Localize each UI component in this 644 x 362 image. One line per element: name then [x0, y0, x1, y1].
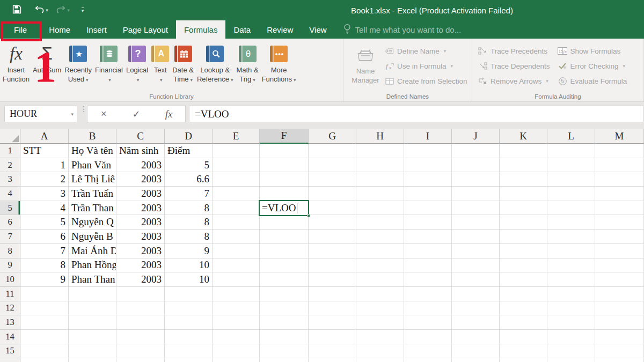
cell-d10[interactable]: 10 — [165, 272, 213, 287]
cell-b1[interactable]: Họ Và tên — [69, 144, 116, 158]
cell-l11[interactable] — [547, 287, 595, 301]
cell-c4[interactable]: 2003 — [116, 187, 165, 201]
cell-d1[interactable]: Điểm — [165, 144, 213, 158]
column-header-j[interactable]: J — [452, 129, 500, 144]
cell-m2[interactable] — [595, 158, 644, 173]
row-header-10[interactable]: 10 — [0, 272, 20, 287]
cell-l15[interactable] — [547, 344, 595, 359]
cell-c15[interactable] — [116, 344, 165, 359]
fill-handle[interactable] — [307, 214, 310, 217]
recently-used-button[interactable]: ★RecentlyUsed▾ — [63, 41, 93, 86]
cell-l2[interactable] — [547, 158, 595, 173]
cell-b15[interactable] — [69, 344, 116, 359]
cell-c6[interactable]: 2003 — [116, 215, 165, 230]
cell-a1[interactable]: STT — [20, 144, 69, 158]
row-header-16[interactable] — [0, 358, 20, 362]
row-header-1[interactable]: 1 — [0, 144, 20, 158]
cell-f11[interactable] — [260, 287, 309, 301]
cell-d7[interactable]: 8 — [165, 230, 213, 244]
cell-i2[interactable] — [404, 158, 452, 173]
cell-e6[interactable] — [213, 215, 260, 230]
name-box[interactable]: HOUR ▾ — [4, 106, 77, 122]
cell-h10[interactable] — [356, 272, 404, 287]
cell-b6[interactable]: Nguyễn Q — [69, 215, 116, 230]
trace-precedents-button[interactable]: Trace Precedents — [478, 43, 550, 58]
cell-c16[interactable] — [116, 358, 165, 362]
cell-j16[interactable] — [452, 358, 500, 362]
row-header-6[interactable]: 6 — [0, 215, 20, 230]
cell-a3[interactable]: 2 — [20, 172, 69, 187]
cell-a11[interactable] — [20, 287, 69, 301]
tab-review[interactable]: Review — [259, 20, 301, 39]
cell-d15[interactable] — [165, 344, 213, 359]
cell-g6[interactable] — [309, 215, 356, 230]
cell-a6[interactable]: 5 — [20, 215, 69, 230]
cell-h11[interactable] — [356, 287, 404, 301]
cell-k3[interactable] — [500, 172, 547, 187]
cell-i9[interactable] — [404, 258, 452, 273]
cell-g5[interactable] — [309, 201, 356, 216]
cell-e15[interactable] — [213, 344, 260, 359]
cancel-button[interactable]: × — [93, 108, 114, 120]
column-header-a[interactable]: A — [20, 129, 69, 144]
cell-h9[interactable] — [356, 258, 404, 273]
tab-formulas[interactable]: Formulas — [176, 20, 226, 39]
cell-d11[interactable] — [165, 287, 213, 301]
cell-b7[interactable]: Nguyễn B — [69, 230, 116, 244]
cell-h4[interactable] — [356, 187, 404, 201]
cell-b12[interactable] — [69, 301, 116, 316]
cell-m9[interactable] — [595, 258, 644, 273]
cell-b8[interactable]: Mai Ánh D — [69, 244, 116, 258]
cell-j14[interactable] — [452, 330, 500, 344]
cell-k16[interactable] — [500, 358, 547, 362]
cell-j8[interactable] — [452, 244, 500, 258]
cell-h3[interactable] — [356, 172, 404, 187]
cell-l3[interactable] — [547, 172, 595, 187]
cell-j7[interactable] — [452, 230, 500, 244]
cell-l16[interactable] — [547, 358, 595, 362]
use-in-formula-button[interactable]: fxUse in Formula▾ — [384, 58, 467, 73]
cell-d3[interactable]: 6.6 — [165, 172, 213, 187]
row-header-4[interactable]: 4 — [0, 187, 20, 201]
cell-g11[interactable] — [309, 287, 356, 301]
cell-e1[interactable] — [213, 144, 260, 158]
date-time-button[interactable]: Date &Time▾ — [171, 41, 195, 86]
cell-k2[interactable] — [500, 158, 547, 173]
cell-l13[interactable] — [547, 315, 595, 330]
cell-k8[interactable] — [500, 244, 547, 258]
cell-j2[interactable] — [452, 158, 500, 173]
cell-j10[interactable] — [452, 272, 500, 287]
evaluate-formula-button[interactable]: fxEvaluate Formula — [558, 73, 627, 88]
cell-l10[interactable] — [547, 272, 595, 287]
cell-k11[interactable] — [500, 287, 547, 301]
cell-m11[interactable] — [595, 287, 644, 301]
tab-home[interactable]: Home — [41, 20, 78, 39]
define-name-button[interactable]: Define Name▾ — [384, 43, 467, 58]
cell-g10[interactable] — [309, 272, 356, 287]
cell-a4[interactable]: 3 — [20, 187, 69, 201]
cell-k12[interactable] — [500, 301, 547, 316]
tab-view[interactable]: View — [301, 20, 334, 39]
cell-i6[interactable] — [404, 215, 452, 230]
column-header-h[interactable]: H — [356, 129, 404, 144]
cell-j1[interactable] — [452, 144, 500, 158]
cell-a5[interactable]: 4 — [20, 201, 69, 216]
cell-j11[interactable] — [452, 287, 500, 301]
column-header-f[interactable]: F — [260, 129, 309, 144]
trace-dependents-button[interactable]: Trace Dependents — [478, 58, 550, 73]
cell-g12[interactable] — [309, 301, 356, 316]
cell-g7[interactable] — [309, 230, 356, 244]
cell-m3[interactable] — [595, 172, 644, 187]
cell-f8[interactable] — [260, 244, 309, 258]
cell-a14[interactable] — [20, 330, 69, 344]
cell-a2[interactable]: 1 — [20, 158, 69, 173]
cell-k1[interactable] — [500, 144, 547, 158]
cell-g2[interactable] — [309, 158, 356, 173]
undo-dropdown-caret[interactable]: ▾ — [46, 8, 48, 13]
row-header-2[interactable]: 2 — [0, 158, 20, 173]
cell-c3[interactable]: 2003 — [116, 172, 165, 187]
cell-a13[interactable] — [20, 315, 69, 330]
cell-d8[interactable]: 9 — [165, 244, 213, 258]
cell-c7[interactable]: 2003 — [116, 230, 165, 244]
cell-b11[interactable] — [69, 287, 116, 301]
